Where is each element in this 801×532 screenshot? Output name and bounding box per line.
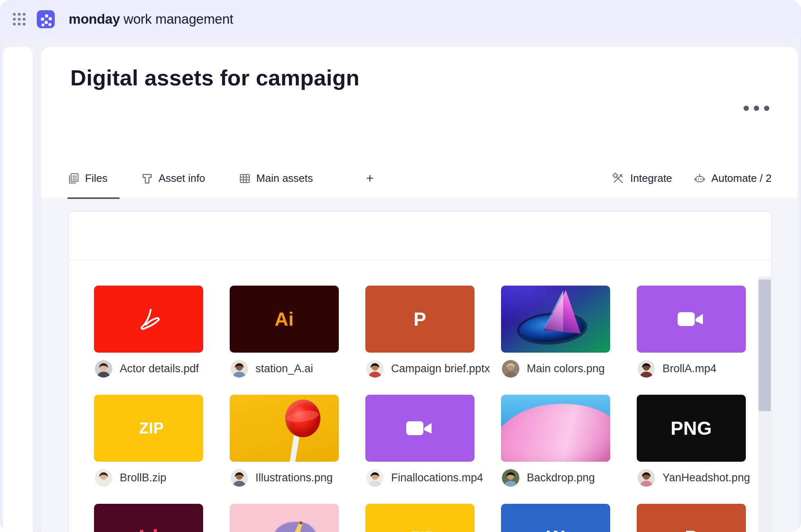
file-card[interactable] (230, 504, 339, 532)
tab-asset-info[interactable]: Asset info (141, 158, 217, 199)
banana-image (258, 519, 310, 532)
avatar-image (502, 360, 519, 378)
file-name: Campaign brief.pptx (391, 362, 490, 375)
file-card[interactable]: W (501, 504, 610, 532)
file-meta: Main colors.png (501, 360, 610, 378)
file-card[interactable]: Illustrations.png (230, 395, 339, 487)
board-actions: Integrate Automate / 2 (612, 172, 772, 185)
video-camera-icon (406, 418, 434, 438)
files-gallery-card: Actor details.pdf Ai station_A.ai P Camp… (69, 211, 772, 532)
file-name: Backdrop.png (527, 472, 595, 484)
file-thumbnail[interactable]: ZIP (365, 504, 474, 532)
owner-avatar (366, 360, 384, 378)
file-meta: BrollA.mp4 (637, 360, 746, 378)
file-thumbnail[interactable]: PNG (637, 395, 746, 462)
monday-logo-dots (37, 10, 55, 28)
file-thumbnail[interactable]: P (637, 504, 746, 532)
owner-avatar (366, 469, 384, 487)
file-meta: Backdrop.png (501, 469, 610, 487)
file-name: Illustrations.png (255, 472, 333, 484)
owner-avatar (638, 360, 655, 378)
file-card[interactable]: Backdrop.png (501, 395, 610, 487)
file-card[interactable]: ZIP BrollB.zip (94, 395, 203, 487)
file-type-letter: P (685, 526, 698, 532)
tab-main-assets[interactable]: Main assets (239, 158, 325, 199)
file-card[interactable]: Main colors.png (501, 286, 610, 378)
avatar-image (366, 469, 384, 487)
file-thumbnail[interactable] (230, 504, 339, 532)
owner-avatar (95, 360, 112, 378)
monday-logo-icon[interactable] (37, 10, 55, 28)
board-tabs: Files Asset info Main assets + (41, 158, 798, 199)
file-card[interactable]: Id (94, 504, 203, 532)
board-menu-button[interactable] (742, 103, 771, 115)
apps-grid-icon[interactable] (12, 12, 26, 26)
file-card[interactable]: P Campaign brief.pptx (365, 286, 474, 378)
owner-avatar (638, 469, 655, 487)
file-type-letter: Id (139, 525, 159, 532)
owner-avatar (502, 469, 519, 487)
file-name: station_A.ai (255, 362, 313, 375)
video-camera-icon (678, 309, 705, 329)
file-card[interactable]: Actor details.pdf (94, 286, 203, 378)
file-thumbnail[interactable] (501, 395, 610, 462)
file-thumbnail[interactable] (501, 286, 610, 353)
avatar-image (502, 469, 519, 487)
automate-label: Automate / 2 (712, 172, 772, 185)
file-name: BrollA.mp4 (662, 362, 716, 375)
form-icon (141, 172, 153, 185)
file-card[interactable]: P (637, 504, 746, 532)
integrate-label: Integrate (630, 172, 672, 185)
paper-curl-front (501, 396, 610, 462)
collapsed-sidebar[interactable] (3, 47, 33, 532)
file-thumbnail[interactable] (230, 395, 339, 462)
acrobat-icon (136, 308, 161, 331)
file-name: YanHeadshot.png (662, 472, 750, 484)
tab-asset-info-label: Asset info (159, 172, 205, 185)
file-meta: Actor details.pdf (94, 360, 203, 378)
automate-button[interactable]: Automate / 2 (694, 172, 772, 185)
file-card[interactable]: BrollA.mp4 (637, 286, 746, 378)
file-thumbnail[interactable]: Ai (230, 286, 339, 353)
scrollbar-track (758, 276, 771, 532)
file-meta: YanHeadshot.png (637, 469, 746, 487)
scrollbar-thumb[interactable] (758, 279, 771, 411)
tab-files-label: Files (85, 172, 107, 185)
integrations-icon (612, 172, 624, 185)
avatar-image (230, 469, 248, 487)
file-thumbnail[interactable] (637, 286, 746, 353)
app-window: monday work management Digital assets fo… (0, 0, 801, 532)
brand-rest: work management (120, 11, 233, 27)
ellipsis-icon (743, 105, 770, 111)
avatar-image (366, 360, 384, 378)
integrate-button[interactable]: Integrate (612, 172, 672, 185)
gallery-icon (67, 172, 80, 185)
file-name: Actor details.pdf (120, 362, 199, 375)
file-thumbnail[interactable] (94, 286, 203, 353)
file-thumbnail[interactable]: P (365, 286, 474, 353)
file-meta: station_A.ai (230, 360, 339, 378)
file-type-letter: ZIP (410, 529, 435, 532)
file-thumbnail[interactable]: Id (94, 504, 203, 532)
file-thumbnail[interactable] (365, 395, 474, 462)
file-thumbnail[interactable]: W (501, 504, 610, 532)
avatar-image (230, 360, 248, 378)
prism-highlight (544, 290, 563, 332)
page-title: Digital assets for campaign (70, 65, 798, 90)
file-card[interactable]: ZIP (365, 504, 474, 532)
top-header: monday work management (0, 0, 801, 38)
file-card[interactable]: Finallocations.mp4 (365, 395, 474, 487)
tab-main-assets-label: Main assets (256, 172, 313, 185)
brand-name: monday work management (69, 11, 233, 27)
owner-avatar (502, 360, 519, 378)
owner-avatar (230, 360, 248, 378)
file-thumbnail[interactable]: ZIP (94, 395, 203, 462)
board-header: Digital assets for campaign (41, 65, 798, 90)
robot-icon (694, 172, 706, 185)
file-card[interactable]: PNG YanHeadshot.png (637, 395, 746, 487)
file-card[interactable]: Ai station_A.ai (230, 286, 339, 378)
add-tab-button[interactable]: + (364, 170, 376, 186)
file-meta: Campaign brief.pptx (365, 360, 474, 378)
brand-bold: monday (69, 11, 120, 27)
tab-files[interactable]: Files (67, 158, 120, 199)
